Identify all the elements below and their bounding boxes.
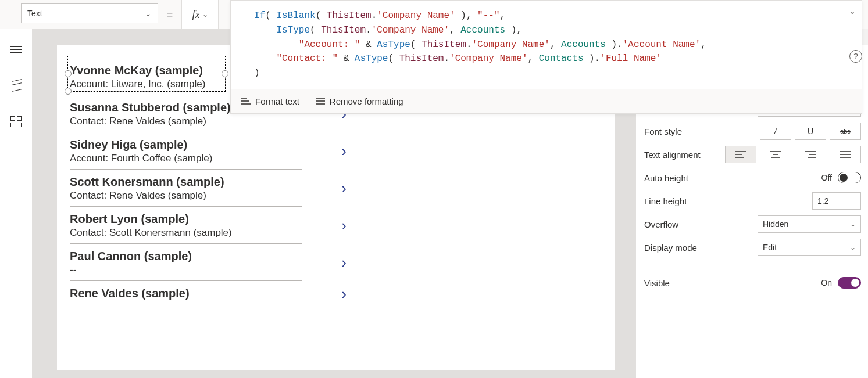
resize-handle[interactable] <box>222 70 228 77</box>
list-item[interactable]: Paul Cannon (sample)--› <box>70 244 302 281</box>
remove-formatting-label: Remove formatting <box>330 96 403 106</box>
formula-code[interactable]: If( IsBlank( ThisItem.'Company Name' ), … <box>231 1 862 89</box>
format-text-label: Format text <box>255 96 299 106</box>
list-item-title: Scott Konersmann (sample) <box>70 175 302 189</box>
chevron-down-icon: ⌄ <box>202 10 208 19</box>
help-icon[interactable]: ? <box>849 50 862 63</box>
strikethrough-button[interactable]: abc <box>830 123 861 140</box>
formula-toolbar: Format text Remove formatting <box>231 89 862 113</box>
prop-font-style-label: Font style <box>644 127 756 136</box>
align-center-button[interactable] <box>760 146 791 163</box>
prop-visible-row: Visible On <box>644 271 861 294</box>
chevron-right-icon[interactable]: › <box>341 142 347 160</box>
list-item[interactable]: Rene Valdes (sample)› <box>70 281 302 306</box>
property-select[interactable]: Text ⌄ <box>21 3 158 23</box>
list-item-subtitle: Contact: Scott Konersmann (sample) <box>70 227 302 239</box>
chevron-down-icon[interactable]: ⌄ <box>849 6 856 16</box>
prop-visible-label: Visible <box>644 278 756 288</box>
prop-auto-height-row: Auto height Off <box>644 166 861 189</box>
prop-line-height-label: Line height <box>644 196 756 206</box>
equals-sign: = <box>158 0 181 29</box>
list-item-title: Sidney Higa (sample) <box>70 138 302 152</box>
remove-formatting-icon <box>316 98 325 105</box>
list-item[interactable]: Scott Konersmann (sample)Contact: Rene V… <box>70 170 302 207</box>
chevron-down-icon: ⌄ <box>850 243 856 251</box>
resize-handle[interactable] <box>65 70 72 77</box>
resize-handle[interactable] <box>65 88 72 95</box>
insert-icon[interactable] <box>10 115 23 128</box>
list-item-subtitle: -- <box>70 264 302 276</box>
align-left-button[interactable] <box>725 146 756 163</box>
prop-line-height-row: Line height 1.2 <box>644 189 861 213</box>
chevron-right-icon[interactable]: › <box>341 253 347 271</box>
hamburger-icon[interactable] <box>10 43 23 56</box>
formula-editor[interactable]: ⌄ If( IsBlank( ThisItem.'Company Name' )… <box>230 0 862 114</box>
prop-auto-height-label: Auto height <box>644 173 756 183</box>
format-text-button[interactable]: Format text <box>241 96 299 106</box>
chevron-down-icon: ⌄ <box>850 220 856 228</box>
prop-overflow-label: Overflow <box>644 219 756 229</box>
selection-outline[interactable] <box>67 56 226 92</box>
fx-label: fx <box>192 9 200 21</box>
chevron-right-icon[interactable]: › <box>341 216 347 234</box>
auto-height-toggle[interactable] <box>838 172 861 183</box>
overflow-select[interactable]: Hidden⌄ <box>758 215 861 233</box>
line-height-input[interactable]: 1.2 <box>812 192 861 210</box>
visible-toggle[interactable] <box>838 277 861 289</box>
chevron-right-icon[interactable]: › <box>341 285 347 303</box>
prop-overflow-row: Overflow Hidden⌄ <box>644 213 861 236</box>
list-item[interactable]: Robert Lyon (sample)Contact: Scott Koner… <box>70 207 302 244</box>
list-item-subtitle: Contact: Rene Valdes (sample) <box>70 190 302 201</box>
underline-button[interactable]: U <box>795 123 826 140</box>
prop-text-align-row: Text alignment <box>644 143 861 166</box>
list-item-title: Robert Lyon (sample) <box>70 213 302 226</box>
list-item-title: Rene Valdes (sample) <box>70 287 302 300</box>
property-select-value: Text <box>27 9 42 18</box>
prop-display-mode-row: Display mode Edit⌄ <box>644 236 861 259</box>
fx-button[interactable]: fx ⌄ <box>181 0 219 29</box>
italic-button[interactable]: / <box>760 123 791 140</box>
list-item[interactable]: Sidney Higa (sample)Account: Fourth Coff… <box>70 132 302 170</box>
remove-formatting-button[interactable]: Remove formatting <box>316 96 403 106</box>
auto-height-state: Off <box>821 173 832 182</box>
left-rail <box>0 29 33 378</box>
tree-view-icon[interactable] <box>10 79 23 92</box>
align-justify-button[interactable] <box>830 146 861 163</box>
align-right-button[interactable] <box>795 146 826 163</box>
chevron-right-icon[interactable]: › <box>341 179 347 197</box>
prop-font-style-row: Font style / U abc <box>644 120 861 143</box>
format-text-icon <box>241 98 251 105</box>
display-mode-select[interactable]: Edit⌄ <box>758 239 861 256</box>
list-item-title: Paul Cannon (sample) <box>70 250 302 263</box>
prop-display-mode-label: Display mode <box>644 243 756 253</box>
chevron-down-icon: ⌄ <box>145 9 152 18</box>
list-item-subtitle: Account: Fourth Coffee (sample) <box>70 153 302 164</box>
visible-state: On <box>821 278 832 287</box>
list-item-subtitle: Contact: Rene Valdes (sample) <box>70 116 302 127</box>
